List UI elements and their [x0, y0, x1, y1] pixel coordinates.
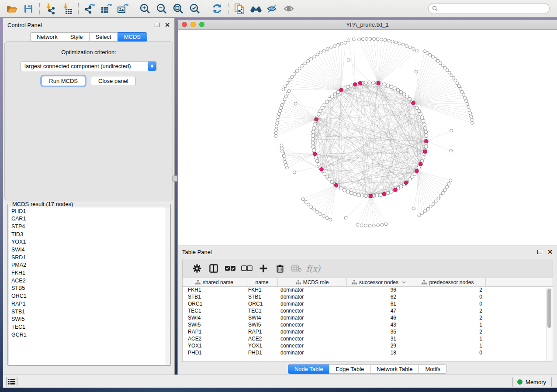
table-row[interactable]: RAP1RAP1dominator352	[183, 329, 553, 336]
table-row[interactable]: SWI4SWI4dominator462	[183, 315, 553, 322]
export-network-icon[interactable]	[81, 2, 98, 15]
mcds-result-item[interactable]: SWI5	[9, 316, 170, 323]
panel-splitter-handle[interactable]	[172, 175, 177, 182]
mcds-result-item[interactable]: CAR1	[9, 215, 170, 223]
table-cell-shared: FKH1	[183, 287, 246, 294]
mcds-result-item[interactable]: STB1	[9, 308, 170, 316]
tab-mcds[interactable]: MCDS	[118, 32, 147, 41]
delete-column-icon[interactable]	[272, 262, 288, 275]
hide-selected-icon[interactable]	[264, 2, 281, 15]
zoom-selected-icon[interactable]	[187, 2, 203, 15]
mcds-list-scrollbar[interactable]	[165, 207, 170, 365]
table-toolbar: f(x)	[182, 259, 553, 278]
optimization-criterion-select[interactable]: largest connected component (undirected)	[21, 61, 157, 71]
mcds-result-item[interactable]: RAP1	[9, 300, 170, 308]
close-table-panel-icon[interactable]: ✕	[547, 250, 553, 254]
table-row[interactable]: ACE2ACE2connector311	[183, 336, 553, 343]
attribute-tree-icon	[422, 280, 427, 285]
show-all-icon[interactable]	[281, 2, 298, 15]
mcds-result-item[interactable]: PHD1	[9, 207, 170, 215]
float-table-panel-icon[interactable]	[537, 250, 542, 254]
mcds-result-group: MCDS result (17 nodes) PHD1CAR1STP4TID3Y…	[7, 204, 171, 366]
refresh-icon[interactable]	[209, 2, 225, 15]
column-header-predecessor-nodes[interactable]: predecessor nodes	[410, 278, 486, 286]
mcds-result-list[interactable]: PHD1CAR1STP4TID3YOX1SWI4SRD1PMA2FKH1ACE2…	[9, 207, 170, 365]
export-image-icon[interactable]	[114, 2, 131, 15]
table-row[interactable]: SWI5SWI5connector431	[183, 322, 553, 329]
column-header-shared-name[interactable]: shared name	[183, 278, 246, 286]
mcds-result-item[interactable]: PMA2	[9, 261, 170, 269]
table-row[interactable]: STB1STB1dominator620	[183, 294, 553, 301]
mcds-result-item[interactable]: ACE2	[9, 277, 170, 285]
delete-table-icon[interactable]	[288, 262, 305, 275]
table-row[interactable]: TEC1TEC1connector472	[183, 308, 553, 315]
table-row[interactable]: FKH1FKH1dominator962	[183, 287, 553, 294]
network-window-titlebar[interactable]: YPA_prune.txt_1	[178, 20, 557, 30]
mcds-result-item[interactable]: STB5	[9, 285, 170, 292]
show-columns-icon[interactable]	[205, 262, 222, 275]
table-scrollbar[interactable]	[546, 288, 552, 361]
mcds-result-item[interactable]: YOX1	[9, 238, 170, 246]
table-cell-pred: 0	[410, 301, 486, 308]
desktop-background-left	[0, 18, 3, 388]
tab-network[interactable]: Network	[30, 32, 64, 41]
table-scrollbar-thumb[interactable]	[547, 289, 551, 328]
table-cell-shared: SWI5	[183, 322, 246, 329]
mcds-result-item[interactable]: GCR1	[9, 331, 170, 339]
select-all-check-icon[interactable]	[222, 262, 239, 275]
column-header-successor-nodes[interactable]: successor nodes	[347, 278, 410, 286]
tab-motifs[interactable]: Motifs	[419, 364, 447, 374]
tab-style[interactable]: Style	[64, 32, 89, 41]
task-history-button[interactable]	[6, 377, 17, 386]
search-network-icon[interactable]	[248, 2, 264, 15]
mcds-result-item[interactable]: ORC1	[9, 292, 170, 300]
run-mcds-button[interactable]: Run MCDS	[42, 76, 85, 86]
export-table-icon[interactable]	[98, 2, 114, 15]
open-file-icon[interactable]	[3, 2, 20, 15]
table-cell-name: RAP1	[246, 329, 278, 336]
float-panel-icon[interactable]	[155, 23, 159, 27]
table-cell-role: connector	[278, 343, 347, 350]
table-cell-role: dominator	[278, 315, 347, 322]
mcds-result-item[interactable]: STP4	[9, 223, 170, 230]
table-cell-shared: TEC1	[183, 308, 246, 315]
column-header-mcds-role[interactable]: MCDS role	[278, 278, 347, 286]
table-cell-name: ORC1	[246, 301, 278, 308]
mcds-result-item[interactable]: SWI4	[9, 246, 170, 254]
tab-select[interactable]: Select	[89, 32, 118, 41]
table-row[interactable]: PHD1PHD1dominator180	[183, 350, 553, 357]
import-table-icon[interactable]	[59, 2, 76, 15]
close-panel-button[interactable]: Close panel	[91, 76, 136, 86]
table-row[interactable]: ORC1ORC1dominator610	[183, 301, 553, 308]
function-builder-icon[interactable]: f(x)	[305, 262, 322, 275]
tab-edge-table[interactable]: Edge Table	[329, 364, 370, 374]
search-input[interactable]	[438, 6, 549, 12]
zoom-fit-icon[interactable]	[170, 2, 187, 15]
column-header-name[interactable]: name	[246, 278, 278, 286]
tab-node-table[interactable]: Node Table	[288, 364, 329, 374]
mcds-result-item[interactable]: SRD1	[9, 254, 170, 261]
table-cell-shared: STB1	[183, 294, 246, 301]
mcds-result-item[interactable]: FKH1	[9, 269, 170, 277]
memory-button[interactable]: Memory	[512, 377, 552, 387]
node-table[interactable]: shared name name MCDS role successor nod…	[182, 278, 553, 362]
zoom-in-icon[interactable]	[137, 2, 153, 15]
table-cell-pred: 1	[410, 343, 486, 350]
tab-network-table[interactable]: Network Table	[370, 364, 419, 374]
table-row[interactable]: YOX1YOX1connector291	[183, 343, 553, 350]
network-search-box[interactable]	[428, 3, 550, 14]
clone-network-icon[interactable]	[231, 2, 248, 15]
network-canvas[interactable]	[178, 30, 557, 245]
table-settings-icon[interactable]	[189, 262, 205, 275]
zoom-out-icon[interactable]	[153, 2, 170, 15]
table-cell-role: dominator	[278, 287, 347, 294]
import-network-icon[interactable]	[42, 2, 59, 15]
mcds-result-item[interactable]: TID3	[9, 230, 170, 238]
control-panel-tabs: Network Style Select MCDS	[3, 32, 174, 41]
close-panel-icon[interactable]: ✕	[165, 23, 170, 27]
memory-label: Memory	[526, 379, 546, 385]
add-column-icon[interactable]	[255, 262, 272, 275]
deselect-all-check-icon[interactable]	[239, 262, 255, 275]
mcds-result-item[interactable]: TEC1	[9, 323, 170, 331]
save-session-icon[interactable]	[20, 2, 37, 15]
